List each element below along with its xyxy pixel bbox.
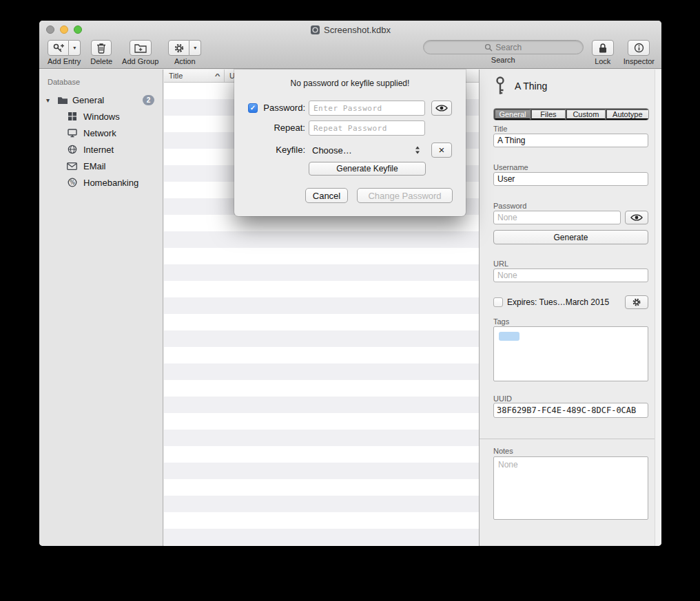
dialog-buttons: Cancel Change Password <box>234 188 466 203</box>
tab-general[interactable]: General <box>494 109 531 120</box>
expires-checkbox[interactable] <box>493 297 503 307</box>
expires-label: Expires: Tues…March 2015 <box>507 297 609 307</box>
sidebar-item-label: Internet <box>83 145 114 155</box>
sidebar-item-label: Homebanking <box>83 178 138 188</box>
eye-icon <box>435 104 448 112</box>
notes-label: Notes <box>493 447 513 455</box>
expires-row: Expires: Tues…March 2015 <box>493 295 648 309</box>
disclosure-triangle-icon[interactable]: ▾ <box>46 96 55 104</box>
lock-button[interactable] <box>592 40 614 56</box>
sort-ascending-icon: ^ <box>214 72 220 79</box>
window-header: Screenshot.kdbx ▾ Add Entry <box>39 21 661 69</box>
inspector-tabs: General Files Custom Autotype <box>493 108 649 120</box>
sidebar-item-label: Windows <box>83 112 120 122</box>
clear-keyfile-button[interactable]: × <box>431 143 452 158</box>
uuid-field[interactable] <box>493 403 648 418</box>
sidebar-item-network[interactable]: Network <box>39 125 163 141</box>
add-group-label: Add Group <box>122 57 158 65</box>
sidebar-item-general[interactable]: ▾ General 2 <box>39 92 163 108</box>
add-group-button[interactable] <box>130 40 152 56</box>
column-title-label: Title <box>169 72 183 80</box>
svg-text:%: % <box>70 180 75 186</box>
dialog-message: No password or keyfile supplied! <box>234 78 466 88</box>
generate-password-button[interactable]: Generate <box>493 230 648 244</box>
close-button[interactable] <box>46 25 54 34</box>
close-icon: × <box>439 145 445 155</box>
repeat-label: Repeat: <box>234 123 305 133</box>
keyfile-popup[interactable]: Choose… <box>309 143 426 158</box>
inspector-label: Inspector <box>624 57 655 65</box>
windows-icon <box>67 112 77 121</box>
key-plus-icon <box>52 43 65 54</box>
chevron-down-icon: ▾ <box>73 45 76 51</box>
sidebar-item-email[interactable]: EMail <box>39 158 163 174</box>
app-window: Screenshot.kdbx ▾ Add Entry <box>39 21 661 546</box>
change-password-dialog: No password or keyfile supplied! ✓ Passw… <box>234 70 466 216</box>
keyfile-popup-value: Choose… <box>312 145 352 156</box>
cancel-button[interactable]: Cancel <box>305 188 348 203</box>
keyfile-label: Keyfile: <box>234 145 305 155</box>
folder-plus-icon <box>134 43 147 53</box>
inspector-scrollbar[interactable] <box>655 70 661 546</box>
action-dropdown-button[interactable]: ▾ <box>189 40 201 56</box>
gear-icon <box>174 43 185 54</box>
zoom-button[interactable] <box>74 25 82 34</box>
tags-box[interactable] <box>493 326 648 381</box>
sidebar-item-label: EMail <box>83 161 106 171</box>
tab-autotype[interactable]: Autotype <box>606 109 648 120</box>
tab-files[interactable]: Files <box>531 109 566 120</box>
notes-field[interactable] <box>493 456 648 520</box>
expiry-settings-button[interactable] <box>625 295 648 309</box>
sidebar-item-label: Network <box>83 128 116 138</box>
password-field[interactable] <box>493 211 621 224</box>
search-label: Search <box>491 56 515 64</box>
lock-icon <box>599 43 607 54</box>
generate-keyfile-button[interactable]: Generate Keyfile <box>309 162 426 176</box>
minimize-button[interactable] <box>60 25 68 34</box>
password-input[interactable] <box>309 101 425 116</box>
sidebar-item-windows[interactable]: Windows <box>39 108 163 125</box>
inspector-divider <box>480 439 655 439</box>
repeat-password-input[interactable] <box>309 120 425 136</box>
username-field-label: Username <box>493 163 528 171</box>
envelope-icon <box>67 162 77 170</box>
percent-coin-icon: % <box>67 178 77 187</box>
toolbar-add-group: Add Group <box>122 40 158 65</box>
stepper-icon <box>415 145 420 155</box>
tab-custom[interactable]: Custom <box>566 109 606 120</box>
add-entry-button[interactable] <box>48 40 69 56</box>
search-input[interactable]: Search <box>423 40 584 54</box>
sidebar-item-label: General <box>72 95 104 105</box>
reveal-password-button[interactable] <box>625 211 648 224</box>
column-header-title[interactable]: Title ^ <box>164 70 225 82</box>
action-label: Action <box>174 57 196 65</box>
change-password-button[interactable]: Change Password <box>357 188 453 203</box>
dialog-keyfile-row: Keyfile: Choose… × <box>234 143 466 158</box>
window-title: Screenshot.kdbx <box>310 25 391 35</box>
titlebar: Screenshot.kdbx <box>39 21 661 39</box>
folder-icon <box>57 96 68 105</box>
password-field-label: Password <box>493 202 526 210</box>
inspector-button[interactable] <box>628 40 650 56</box>
toolbar-lock: Lock <box>592 40 614 65</box>
add-entry-dropdown-button[interactable]: ▾ <box>69 40 81 56</box>
entry-count-badge: 2 <box>143 95 154 105</box>
delete-button[interactable] <box>91 40 112 56</box>
entry-title: A Thing <box>515 81 547 92</box>
sidebar-item-homebanking[interactable]: % Homebanking <box>39 174 163 191</box>
key-icon <box>495 76 506 96</box>
tag-chip[interactable] <box>499 332 519 341</box>
delete-label: Delete <box>90 57 112 65</box>
window-title-text: Screenshot.kdbx <box>324 25 391 35</box>
dialog-repeat-row: Repeat: <box>234 120 466 136</box>
add-entry-label: Add Entry <box>48 57 81 65</box>
info-icon <box>634 43 644 53</box>
username-field[interactable] <box>493 172 648 186</box>
action-button[interactable] <box>168 40 189 56</box>
sidebar-item-internet[interactable]: Internet <box>39 141 163 158</box>
toolbar-search: Search Search <box>423 40 584 64</box>
gear-icon <box>632 297 641 307</box>
url-field[interactable] <box>493 268 648 282</box>
reveal-password-button[interactable] <box>431 101 452 116</box>
title-field[interactable] <box>493 134 648 147</box>
